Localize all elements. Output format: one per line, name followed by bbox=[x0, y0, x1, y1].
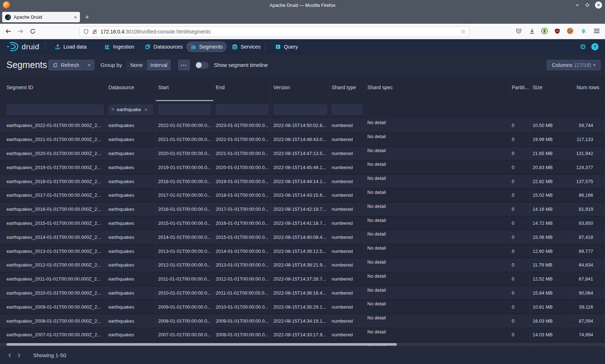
privacy-extension-icon[interactable] bbox=[539, 26, 550, 36]
horizontal-scrollbar-thumb[interactable] bbox=[6, 343, 397, 346]
columns-button[interactable]: Columns (17/18) ▾ bbox=[547, 60, 601, 70]
firefox-titlebar: Apache Druid — Mozilla Firefox ✕ bbox=[0, 0, 605, 10]
close-window-icon[interactable]: ✕ bbox=[595, 1, 602, 9]
cell-shard-type: numbered bbox=[330, 314, 365, 328]
cell-end: 2014-01-01T00:00:00.0... bbox=[214, 244, 271, 258]
url-bar[interactable]: 172.18.0.4:30109/unified-console.html#se… bbox=[79, 26, 470, 37]
cell-start: 2011-01-01T00:00:00.0... bbox=[156, 272, 214, 286]
cell-shard-spec: No detail bbox=[365, 174, 510, 188]
cell-version: 2022-08-15T14:41:18.7... bbox=[271, 217, 330, 230]
nav-item-label: Ingestion bbox=[113, 44, 134, 50]
refresh-dropdown-button[interactable]: ▾ bbox=[84, 60, 94, 70]
nav-item-label: Services bbox=[241, 44, 261, 50]
app-window: Apache Druid — Mozilla Firefox ✕ Apache … bbox=[0, 0, 605, 364]
nav-item-services[interactable]: Services bbox=[228, 41, 265, 52]
nav-item-datasources[interactable]: Datasources bbox=[140, 41, 187, 52]
table-row: earthquakes_2012-01-01T00:00:00.000Z_2..… bbox=[0, 258, 605, 272]
column-header-partition[interactable]: Partiti... bbox=[510, 77, 530, 101]
column-header-shard-spec[interactable]: Shard spec bbox=[365, 77, 510, 101]
cell-partition: 0 bbox=[510, 300, 530, 314]
cookie-extension-icon[interactable] bbox=[565, 26, 575, 36]
filter-input-start[interactable] bbox=[158, 104, 211, 115]
cell-segment-id: earthquakes_2009-01-01T00:00:00.000Z_2..… bbox=[0, 300, 106, 314]
cell-datasource: earthquakes bbox=[106, 300, 156, 314]
druid-logo[interactable]: druid bbox=[6, 39, 39, 54]
cell-segment-id: earthquakes_2016-01-01T00:00:00.000Z_2..… bbox=[0, 203, 106, 216]
nav-item-ingestion[interactable]: Ingestion bbox=[100, 41, 139, 52]
refresh-button[interactable]: Refresh bbox=[48, 60, 84, 70]
settings-gear-icon[interactable]: ⚙ bbox=[580, 43, 586, 50]
pocket-icon[interactable] bbox=[514, 26, 524, 36]
tracking-shield-icon[interactable] bbox=[83, 29, 89, 35]
segments-view-header: Segments Refresh ▾ Group by None Interva… bbox=[0, 54, 605, 77]
nav-item-load-data[interactable]: Load data bbox=[50, 41, 91, 52]
column-header-version[interactable]: Version bbox=[271, 77, 330, 101]
filter-input-version[interactable] bbox=[273, 104, 327, 115]
column-header-segment-id[interactable]: Segment ID bbox=[0, 77, 106, 101]
column-header-start[interactable]: Start bbox=[156, 77, 214, 101]
cell-partition: 0 bbox=[510, 133, 530, 146]
cell-size: 10.81 MB bbox=[530, 300, 574, 314]
insecure-lock-icon[interactable] bbox=[92, 29, 98, 35]
minimize-icon[interactable] bbox=[575, 3, 580, 8]
sparkle-extension-icon[interactable] bbox=[578, 26, 588, 36]
forward-icon[interactable] bbox=[17, 27, 24, 35]
page-title: Segments bbox=[6, 60, 47, 70]
cell-version: 2022-08-15T14:36:16.4... bbox=[271, 286, 330, 300]
filter-input-shard-type[interactable] bbox=[332, 104, 363, 115]
reload-icon[interactable] bbox=[29, 27, 37, 35]
nav-item-label: Datasources bbox=[153, 44, 183, 50]
nav-item-segments[interactable]: Segments bbox=[186, 41, 227, 52]
column-header-datasource[interactable]: Datasource bbox=[106, 77, 156, 101]
cell-end: 2016-01-01T00:00:00.0... bbox=[214, 217, 271, 230]
cell-num-rows: 124,377 bbox=[574, 160, 605, 174]
more-options-button[interactable]: ••• bbox=[178, 60, 190, 70]
new-tab-button[interactable]: + bbox=[83, 13, 91, 22]
bookmark-star-icon[interactable]: ☆ bbox=[461, 28, 466, 35]
cell-end: 2017-01-01T00:00:00.0... bbox=[214, 203, 271, 216]
cell-start: 2013-01-01T00:00:00.0... bbox=[156, 244, 214, 258]
browser-tab[interactable]: Apache Druid × bbox=[2, 12, 80, 22]
table-row: earthquakes_2008-01-01T00:00:00.000Z_2..… bbox=[0, 314, 605, 328]
filter-input-end[interactable] bbox=[216, 104, 269, 115]
showing-range-label: Showing 1-50 bbox=[33, 352, 66, 358]
cell-size: 10.50 MB bbox=[530, 119, 574, 132]
segment-timeline-toggle[interactable] bbox=[195, 62, 209, 69]
cell-shard-type: numbered bbox=[330, 286, 365, 300]
downloads-icon[interactable] bbox=[527, 26, 537, 36]
column-header-shard-type[interactable]: Shard type bbox=[330, 77, 365, 101]
filter-tag-value: earthquake bbox=[117, 107, 141, 112]
group-by-interval-button[interactable]: Interval bbox=[147, 60, 171, 70]
column-header-size[interactable]: Size bbox=[530, 77, 574, 101]
ublock-extension-icon[interactable]: uO bbox=[552, 26, 562, 36]
svg-text:uO: uO bbox=[556, 29, 559, 32]
cell-shard-type: numbered bbox=[330, 272, 365, 286]
filter-input-datasource[interactable]: = earthquake × bbox=[108, 104, 153, 115]
cell-num-rows: 83,850 bbox=[574, 217, 605, 230]
table-row: earthquakes_2011-01-01T00:00:00.000Z_2..… bbox=[0, 272, 605, 286]
table-row: earthquakes_2013-01-01T00:00:00.000Z_2..… bbox=[0, 244, 605, 258]
filter-input-segment-id[interactable] bbox=[6, 104, 104, 115]
cell-segment-id: earthquakes_2022-01-01T00:00:00.000Z_2..… bbox=[0, 119, 106, 132]
help-icon[interactable]: ? bbox=[591, 43, 599, 50]
maximize-icon[interactable] bbox=[585, 3, 590, 8]
column-header-num-rows[interactable]: Num rows bbox=[574, 77, 605, 101]
menu-hamburger-icon[interactable] bbox=[592, 26, 602, 36]
table-row: earthquakes_2016-01-01T00:00:00.000Z_2..… bbox=[0, 203, 605, 217]
next-page-icon[interactable] bbox=[14, 351, 24, 360]
cell-size: 12.60 MB bbox=[530, 244, 574, 258]
segment-timeline-label: Show segment timeline bbox=[214, 62, 268, 68]
tab-close-icon[interactable]: × bbox=[74, 14, 77, 20]
nav-item-query[interactable]: Query bbox=[271, 41, 302, 52]
back-icon[interactable] bbox=[4, 27, 12, 35]
column-header-end[interactable]: End bbox=[214, 77, 271, 101]
cell-start: 2020-01-01T00:00:00.0... bbox=[156, 147, 214, 160]
cell-segment-id: earthquakes_2020-01-01T00:00:00.000Z_2..… bbox=[0, 147, 106, 160]
remove-filter-icon[interactable]: × bbox=[144, 106, 148, 113]
cell-size: 15.02 MB bbox=[530, 188, 574, 202]
cell-end: 2012-01-01T00:00:00.0... bbox=[214, 272, 271, 286]
previous-page-icon[interactable] bbox=[5, 351, 14, 360]
group-by-none-button[interactable]: None bbox=[126, 60, 147, 70]
cell-end: 2022-01-01T00:00:00.0... bbox=[214, 133, 271, 146]
cell-datasource: earthquakes bbox=[106, 328, 156, 342]
